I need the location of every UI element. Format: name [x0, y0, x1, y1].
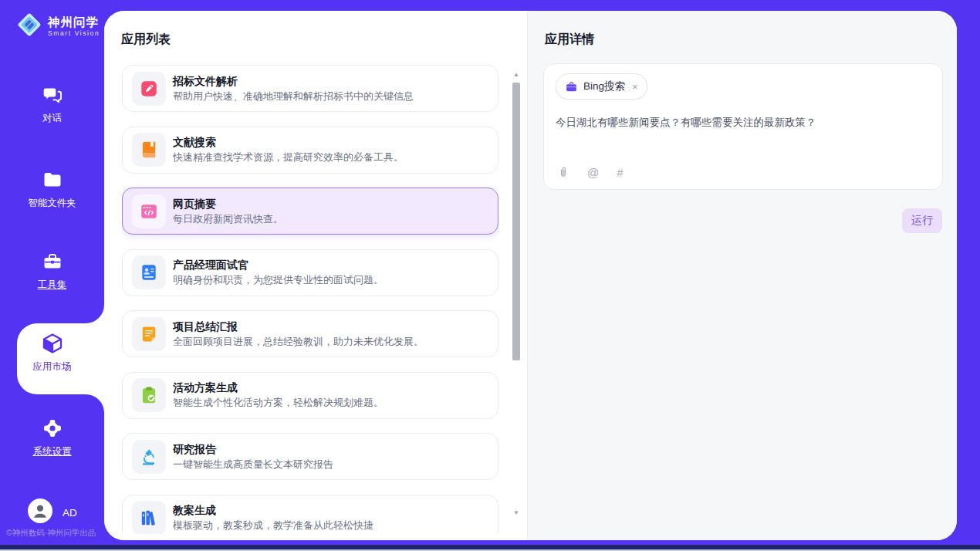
plugin-chip-label: Bing搜索: [583, 79, 625, 93]
copyright: ©神州数码·神州问学出品: [6, 528, 96, 539]
run-button[interactable]: 运行: [902, 208, 942, 233]
app-card[interactable]: 活动方案生成 智能生成个性化活动方案，轻松解决规划难题。: [122, 372, 498, 419]
microscope-icon: [132, 440, 166, 474]
sidebar-item-smart-folder[interactable]: 智能文件夹: [0, 168, 104, 210]
app-card-title: 文献搜索: [173, 137, 404, 148]
hash-icon[interactable]: #: [617, 166, 623, 179]
brand-tagline: Smart Vision: [48, 29, 100, 37]
app-detail-title: 应用详情: [545, 31, 594, 48]
app-card-desc: 快速精准查找学术资源，提高研究效率的必备工具。: [173, 152, 404, 163]
briefcase-icon: [565, 80, 578, 93]
summary-note-icon: [132, 317, 166, 351]
gear-icon: [42, 417, 63, 440]
paperclip-icon[interactable]: [557, 165, 569, 179]
app-card[interactable]: 招标文件解析 帮助用户快速、准确地理解和解析招标书中的关键信息: [122, 65, 498, 112]
app-card[interactable]: 项目总结汇报 全面回顾项目进展，总结经验教训，助力未来优化发展。: [122, 310, 498, 357]
app-card[interactable]: 研究报告 一键智能生成高质量长文本研究报告: [122, 433, 498, 480]
app-card[interactable]: 网页摘要 每日政府新闻资讯快查。: [122, 188, 498, 235]
app-cards: 招标文件解析 帮助用户快速、准确地理解和解析招标书中的关键信息 文献搜索 快速精…: [122, 65, 498, 534]
clipboard-check-icon: [132, 378, 166, 412]
app-card-title: 网页摘要: [173, 198, 283, 210]
scrollbar[interactable]: ▲ ▼: [512, 71, 521, 517]
avatar: [28, 499, 52, 526]
scroll-down-arrow-icon[interactable]: ▼: [512, 509, 521, 517]
chat-icon: [41, 83, 64, 106]
app-list-title: 应用列表: [121, 31, 171, 48]
sidebar-item-toolbox[interactable]: 工具集: [0, 250, 104, 292]
brand-logo-icon: [15, 11, 43, 42]
app-card-title: 招标文件解析: [173, 76, 414, 87]
app-card-desc: 全面回顾项目进展，总结经验教训，助力未来优化发展。: [173, 336, 424, 347]
toolbox-icon: [41, 250, 64, 273]
app-card-desc: 明确身份和职责，为您提供专业性的面试问题。: [173, 275, 384, 286]
brand: 神州问学 Smart Vision: [15, 11, 100, 42]
app-card-desc: 智能生成个性化活动方案，轻松解决规划难题。: [173, 397, 384, 408]
folder-icon: [41, 168, 64, 191]
app-card-title: 教案生成: [173, 505, 373, 516]
app-window: 神州问学 Smart Vision 对话 智能文件夹 工具集 应用市场 系统设置…: [0, 0, 980, 551]
app-card-desc: 帮助用户快速、准确地理解和解析招标书中的关键信息: [173, 91, 414, 102]
scrollbar-thumb[interactable]: [512, 83, 520, 360]
app-list-panel: 应用列表 招标文件解析 帮助用户快速、准确地理解和解析招标书中的关键信息 文献搜…: [104, 11, 527, 540]
query-text[interactable]: 今日湖北有哪些新闻要点？有哪些需要关注的最新政策？: [556, 116, 931, 130]
content: 应用列表 招标文件解析 帮助用户快速、准确地理解和解析招标书中的关键信息 文献搜…: [104, 11, 957, 540]
composer-toolbar: @#: [557, 165, 623, 179]
app-card-title: 研究报告: [173, 444, 333, 455]
interview-icon: [132, 255, 166, 289]
app-card-desc: 一键智能生成高质量长文本研究报告: [173, 459, 333, 470]
app-card-title: 产品经理面试官: [173, 259, 384, 271]
app-card-title: 项目总结汇报: [173, 321, 424, 333]
webpage-icon: [132, 194, 166, 228]
app-card[interactable]: 文献搜索 快速精准查找学术资源，提高研究效率的必备工具。: [122, 127, 498, 174]
sidebar-item-app-market[interactable]: 应用市场: [0, 332, 104, 374]
app-card-desc: 每日政府新闻资讯快查。: [173, 214, 283, 225]
prompt-card: Bing搜索 × 今日湖北有哪些新闻要点？有哪些需要关注的最新政策？ @#: [543, 63, 943, 190]
bid-document-icon: [132, 72, 166, 106]
scroll-up-arrow-icon[interactable]: ▲: [512, 71, 521, 79]
plugin-chip[interactable]: Bing搜索 ×: [556, 73, 647, 100]
app-card-desc: 模板驱动，教案秒成，教学准备从此轻松快捷: [173, 520, 373, 531]
books-icon: [132, 501, 166, 534]
user-menu[interactable]: AD: [28, 499, 77, 526]
app-detail-panel: 应用详情 Bing搜索 × 今日湖北有哪些新闻要点？有哪些需要关注的最新政策？ …: [527, 11, 957, 540]
brand-name: 神州问学: [48, 15, 100, 29]
at-icon[interactable]: @: [587, 166, 599, 179]
app-card[interactable]: 教案生成 模板驱动，教案秒成，教学准备从此轻松快捷: [122, 495, 498, 535]
app-card-title: 活动方案生成: [173, 382, 384, 394]
sidebar-item-settings[interactable]: 系统设置: [0, 417, 104, 458]
chip-close-icon[interactable]: ×: [632, 81, 638, 93]
app-card[interactable]: 产品经理面试官 明确身份和职责，为您提供专业性的面试问题。: [122, 249, 498, 296]
user-name: AD: [63, 507, 77, 519]
cube-icon: [41, 332, 64, 355]
book-icon: [132, 133, 166, 167]
sidebar-item-chat[interactable]: 对话: [0, 83, 104, 125]
